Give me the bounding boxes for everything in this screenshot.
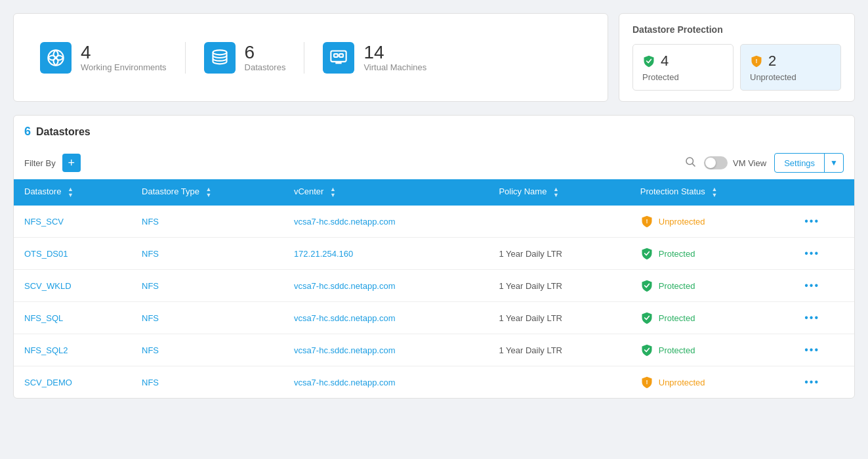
settings-button[interactable]: Settings ▼ xyxy=(774,153,844,173)
table-row: NFS_SCV NFS vcsa7-hc.sddc.netapp.com ! U… xyxy=(14,206,854,238)
virtual-machines-label: Virtual Machines xyxy=(363,62,426,72)
cell-datastore-type: NFS xyxy=(131,302,283,334)
cell-vcenter: vcsa7-hc.sddc.netapp.com xyxy=(283,302,489,334)
protected-label: Protected xyxy=(642,72,724,82)
svg-line-7 xyxy=(692,164,695,166)
cell-datastore-name: NFS_SCV xyxy=(14,206,131,238)
settings-dropdown-icon[interactable]: ▼ xyxy=(825,155,843,171)
cell-datastore-name: NFS_SQL xyxy=(14,302,131,334)
protected-count: 4 xyxy=(661,53,669,70)
datastores-title-text: Datastores xyxy=(36,126,91,138)
datastores-title: 6 Datastores xyxy=(24,125,91,139)
more-actions-button[interactable]: ••• xyxy=(804,248,819,259)
more-actions-button[interactable]: ••• xyxy=(804,312,819,323)
cell-datastore-type: NFS xyxy=(131,366,283,399)
table-row: NFS_SQL NFS vcsa7-hc.sddc.netapp.com 1 Y… xyxy=(14,302,854,334)
datastores-table: Datastore ▲▼ Datastore Type ▲▼ vCenter ▲… xyxy=(14,179,854,398)
table-row: NFS_SQL2 NFS vcsa7-hc.sddc.netapp.com 1 … xyxy=(14,334,854,366)
cell-protection-status: Protected xyxy=(630,302,794,334)
cell-policy-name: 1 Year Daily LTR xyxy=(488,334,629,366)
svg-text:!: ! xyxy=(646,379,648,385)
more-actions-button[interactable]: ••• xyxy=(804,280,819,291)
filter-row: Filter By + VM View Settings ▼ xyxy=(14,148,854,179)
col-datastore[interactable]: Datastore ▲▼ xyxy=(14,179,131,206)
sort-datastore-icon: ▲▼ xyxy=(68,186,73,198)
cell-protection-status: ! Unprotected xyxy=(630,366,794,399)
sort-type-icon: ▲▼ xyxy=(206,186,212,198)
protection-card-title: Datastore Protection xyxy=(632,24,841,35)
cell-datastore-type: NFS xyxy=(131,334,283,366)
sort-policy-icon: ▲▼ xyxy=(553,186,559,198)
search-icon[interactable] xyxy=(684,156,696,170)
cell-vcenter: vcsa7-hc.sddc.netapp.com xyxy=(283,270,489,302)
col-datastore-type[interactable]: Datastore Type ▲▼ xyxy=(131,179,283,206)
svg-rect-4 xyxy=(340,54,344,57)
cell-datastore-name: SCV_DEMO xyxy=(14,366,131,399)
cell-vcenter: 172.21.254.160 xyxy=(283,238,489,270)
cell-actions: ••• xyxy=(794,302,854,334)
cell-protection-status: ! Unprotected xyxy=(630,206,794,238)
cell-policy-name: 1 Year Daily LTR xyxy=(488,302,629,334)
cell-policy-name: 1 Year Daily LTR xyxy=(488,270,629,302)
cell-datastore-name: OTS_DS01 xyxy=(14,238,131,270)
vm-view-switch[interactable] xyxy=(704,156,728,169)
col-actions xyxy=(794,179,854,206)
status-protected: Protected xyxy=(640,279,783,292)
cell-datastore-name: NFS_SQL2 xyxy=(14,334,131,366)
cell-actions: ••• xyxy=(794,238,854,270)
cell-vcenter: vcsa7-hc.sddc.netapp.com xyxy=(283,366,489,399)
status-unprotected: ! Unprotected xyxy=(640,376,783,389)
protected-row-icon xyxy=(640,311,653,324)
working-environments-count: 4 xyxy=(81,43,167,63)
cell-actions: ••• xyxy=(794,206,854,238)
protection-card: Datastore Protection 4 Protected ! xyxy=(619,13,855,102)
cell-policy-name: 1 Year Daily LTR xyxy=(488,238,629,270)
vm-view-toggle: VM View xyxy=(704,156,766,169)
datastores-section: 6 Datastores Filter By + VM View Se xyxy=(13,115,855,399)
cell-protection-status: Protected xyxy=(630,270,794,302)
more-actions-button[interactable]: ••• xyxy=(804,215,819,227)
table-row: SCV_WKLD NFS vcsa7-hc.sddc.netapp.com 1 … xyxy=(14,270,854,302)
status-protected: Protected xyxy=(640,247,783,260)
cell-datastore-type: NFS xyxy=(131,270,283,302)
unprotected-row-icon: ! xyxy=(640,215,653,228)
cell-policy-name xyxy=(488,366,629,399)
cell-protection-status: Protected xyxy=(630,334,794,366)
cell-policy-name xyxy=(488,206,629,238)
status-unprotected: ! Unprotected xyxy=(640,215,783,228)
unprotected-count: 2 xyxy=(768,53,776,70)
cell-vcenter: vcsa7-hc.sddc.netapp.com xyxy=(283,206,489,238)
svg-rect-3 xyxy=(334,54,338,57)
cell-datastore-name: SCV_WKLD xyxy=(14,270,131,302)
cell-actions: ••• xyxy=(794,366,854,399)
working-environments-icon xyxy=(40,42,72,74)
cell-datastore-type: NFS xyxy=(131,238,283,270)
unprotected-shield-icon: ! xyxy=(750,55,763,68)
table-header-row: Datastore ▲▼ Datastore Type ▲▼ vCenter ▲… xyxy=(14,179,854,206)
datastores-total-count: 6 xyxy=(24,125,31,139)
cell-datastore-type: NFS xyxy=(131,206,283,238)
unprotected-label: Unprotected xyxy=(750,72,831,82)
protected-box[interactable]: 4 Protected xyxy=(632,44,734,91)
svg-point-6 xyxy=(686,158,693,165)
settings-label: Settings xyxy=(775,155,824,171)
svg-point-1 xyxy=(213,50,226,55)
col-vcenter[interactable]: vCenter ▲▼ xyxy=(283,179,489,206)
cell-protection-status: Protected xyxy=(630,238,794,270)
datastores-count: 6 xyxy=(245,43,286,63)
table-row: SCV_DEMO NFS vcsa7-hc.sddc.netapp.com ! … xyxy=(14,366,854,399)
svg-rect-2 xyxy=(331,51,346,61)
vm-view-label: VM View xyxy=(733,158,766,168)
col-protection-status[interactable]: Protection Status ▲▼ xyxy=(630,179,794,206)
protected-row-icon xyxy=(640,279,653,292)
protected-shield-icon xyxy=(642,55,655,68)
filter-add-button[interactable]: + xyxy=(62,154,81,172)
stats-card: 4 Working Environments 6 Datastores xyxy=(13,13,608,102)
sort-vcenter-icon: ▲▼ xyxy=(330,186,336,198)
svg-text:!: ! xyxy=(646,218,648,225)
col-policy-name[interactable]: Policy Name ▲▼ xyxy=(488,179,629,206)
more-actions-button[interactable]: ••• xyxy=(804,376,819,387)
unprotected-box[interactable]: ! 2 Unprotected xyxy=(740,44,841,91)
more-actions-button[interactable]: ••• xyxy=(804,344,819,355)
filter-by-label: Filter By xyxy=(24,158,56,168)
